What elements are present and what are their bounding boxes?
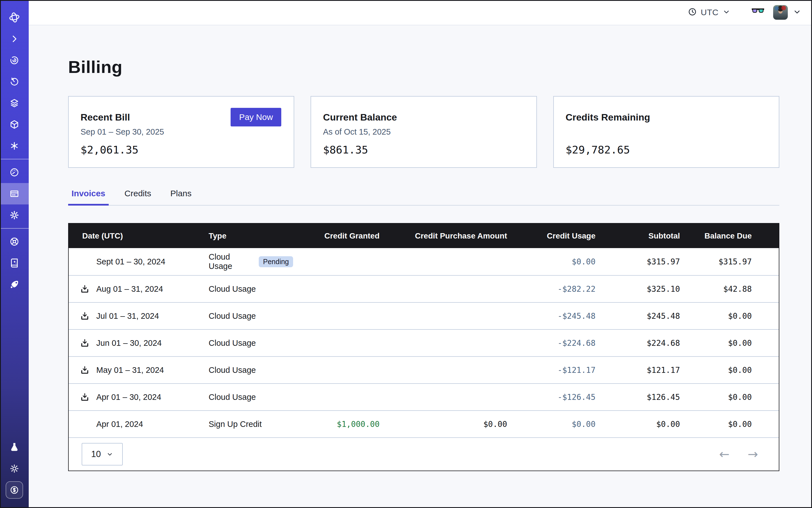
next-page-arrow-icon[interactable]: → xyxy=(747,448,758,460)
balance-due-value: $315.97 xyxy=(680,257,779,266)
rocket-icon xyxy=(9,279,19,290)
balance-due-value: $0.00 xyxy=(680,392,779,402)
pagination-controls: ← → xyxy=(719,448,758,460)
card-subtitle: As of Oct 15, 2025 xyxy=(323,127,524,137)
balance-due-value: $0.00 xyxy=(680,420,779,429)
timezone-label: UTC xyxy=(701,8,719,17)
previous-page-arrow-icon[interactable]: ← xyxy=(719,448,729,460)
subtotal-value: $126.45 xyxy=(596,392,680,402)
sidebar-item-usage-dashboard[interactable] xyxy=(0,162,29,183)
invoice-row: Jun 01 – 30, 2024 Cloud Usage -$224.68 $… xyxy=(69,329,779,356)
credit-purchase-value: $0.00 xyxy=(380,420,507,429)
asterisk-icon xyxy=(9,141,19,151)
recent-bill-card: Recent Bill Sep 01 – Sep 30, 2025 $2,061… xyxy=(68,96,294,168)
balance-due-value: $0.00 xyxy=(680,338,779,348)
tab-credits[interactable]: Credits xyxy=(121,189,155,205)
page-title: Billing xyxy=(68,57,779,77)
sidebar-divider xyxy=(0,228,29,229)
chevron-down-icon xyxy=(106,451,113,458)
credit-card-icon xyxy=(9,189,19,199)
summary-cards: Recent Bill Sep 01 – Sep 30, 2025 $2,061… xyxy=(68,96,779,168)
credit-usage-value: -$224.68 xyxy=(507,338,596,348)
card-title: Current Balance xyxy=(323,112,524,123)
sidebar-item-billing[interactable] xyxy=(0,183,29,204)
sidebar-item-asterisk[interactable] xyxy=(0,135,29,157)
timezone-selector[interactable]: UTC xyxy=(688,7,730,17)
invoice-date: Jun 01 – 30, 2024 xyxy=(96,338,162,348)
tab-plans[interactable]: Plans xyxy=(167,189,195,205)
invoice-type: Sign Up Credit xyxy=(209,420,262,429)
topbar: UTC xyxy=(29,0,812,25)
sidebar-item-history[interactable] xyxy=(0,71,29,92)
gauge-icon xyxy=(9,167,19,177)
sidebar-item-credits-rewards[interactable] xyxy=(0,479,29,501)
subtotal-value: $0.00 xyxy=(596,420,680,429)
user-avatar[interactable] xyxy=(773,5,788,20)
credit-usage-value: $0.00 xyxy=(507,420,596,429)
glasses-icon[interactable] xyxy=(751,8,765,17)
balance-due-value: $0.00 xyxy=(680,311,779,321)
subtotal-value: $245.48 xyxy=(596,311,680,321)
invoice-type: Cloud Usage xyxy=(209,285,256,294)
sidebar-item-theme[interactable] xyxy=(0,458,29,479)
sidebar-item-cube[interactable] xyxy=(0,114,29,135)
invoice-row: Aug 01 – 31, 2024 Cloud Usage -$282.22 $… xyxy=(69,275,779,302)
subtotal-value: $315.97 xyxy=(596,257,680,266)
invoice-date: Aug 01 – 31, 2024 xyxy=(96,285,163,294)
invoice-table-footer: 10 ← → xyxy=(69,437,779,471)
invoice-row: May 01 – 31, 2024 Cloud Usage -$121.17 $… xyxy=(69,356,779,383)
dollar-badge-icon xyxy=(6,481,23,499)
gear-icon xyxy=(9,210,19,220)
credits-remaining-card: Credits Remaining $29,782.65 xyxy=(553,96,779,168)
subtotal-value: $224.68 xyxy=(596,338,680,348)
invoice-date: Apr 01 – 30, 2024 xyxy=(96,392,161,402)
flask-icon xyxy=(9,442,19,452)
download-invoice-icon[interactable] xyxy=(80,392,96,402)
invoice-type: Cloud Usage xyxy=(209,252,254,271)
column-header-date: Date (UTC) xyxy=(69,231,209,241)
subtotal-value: $121.17 xyxy=(596,366,680,375)
sidebar-item-logo[interactable] xyxy=(0,7,29,28)
invoice-date: Apr 01, 2024 xyxy=(96,420,143,429)
logo-orbit-icon xyxy=(8,11,21,24)
invoice-table: Date (UTC) Type Credit Granted Credit Pu… xyxy=(68,223,779,471)
ship-wheel-icon xyxy=(9,237,19,247)
current-balance-amount: $861.35 xyxy=(323,143,524,156)
download-invoice-icon[interactable] xyxy=(80,365,96,375)
invoice-row: Apr 01 – 30, 2024 Cloud Usage -$126.45 $… xyxy=(69,383,779,410)
invoice-type: Cloud Usage xyxy=(209,366,256,375)
credit-usage-value: -$282.22 xyxy=(507,285,596,294)
sidebar-item-layers[interactable] xyxy=(0,92,29,114)
page-size-select[interactable]: 10 xyxy=(82,443,123,465)
chevron-down-icon[interactable] xyxy=(793,8,801,17)
column-header-type: Type xyxy=(209,231,293,241)
column-header-credit-usage: Credit Usage xyxy=(507,231,596,241)
sidebar-item-docs[interactable] xyxy=(0,252,29,274)
layers-icon xyxy=(9,98,19,108)
balance-due-value: $0.00 xyxy=(680,366,779,375)
sidebar-item-settings[interactable] xyxy=(0,204,29,226)
sidebar-item-launch[interactable] xyxy=(0,274,29,295)
invoice-table-body: Sept 01 – 30, 2024 Cloud Usage Pending $… xyxy=(69,248,779,437)
credit-usage-value: -$245.48 xyxy=(507,311,596,321)
tab-invoices[interactable]: Invoices xyxy=(68,189,109,205)
download-invoice-icon[interactable] xyxy=(80,284,96,294)
download-invoice-icon[interactable] xyxy=(80,338,96,348)
sidebar-item-expand[interactable] xyxy=(0,28,29,50)
history-icon xyxy=(9,77,19,87)
chevron-down-icon xyxy=(722,8,730,17)
sidebar-item-labs[interactable] xyxy=(0,436,29,458)
download-invoice-icon[interactable] xyxy=(80,311,96,321)
pay-now-button[interactable]: Pay Now xyxy=(230,108,281,126)
sidebar-item-support[interactable] xyxy=(0,231,29,252)
invoice-date: May 01 – 31, 2024 xyxy=(96,366,164,375)
invoice-type: Cloud Usage xyxy=(209,338,256,348)
book-sparkle-icon xyxy=(9,258,19,268)
invoice-row: Apr 01, 2024 Sign Up Credit $1,000.00 $0… xyxy=(69,410,779,437)
sidebar-item-monitor[interactable] xyxy=(0,50,29,71)
credit-usage-value: $0.00 xyxy=(507,257,596,266)
current-balance-card: Current Balance As of Oct 15, 2025 $861.… xyxy=(310,96,537,168)
eye-scan-icon xyxy=(9,55,19,65)
balance-due-value: $42.88 xyxy=(680,285,779,294)
invoice-date: Sept 01 – 30, 2024 xyxy=(96,257,165,266)
